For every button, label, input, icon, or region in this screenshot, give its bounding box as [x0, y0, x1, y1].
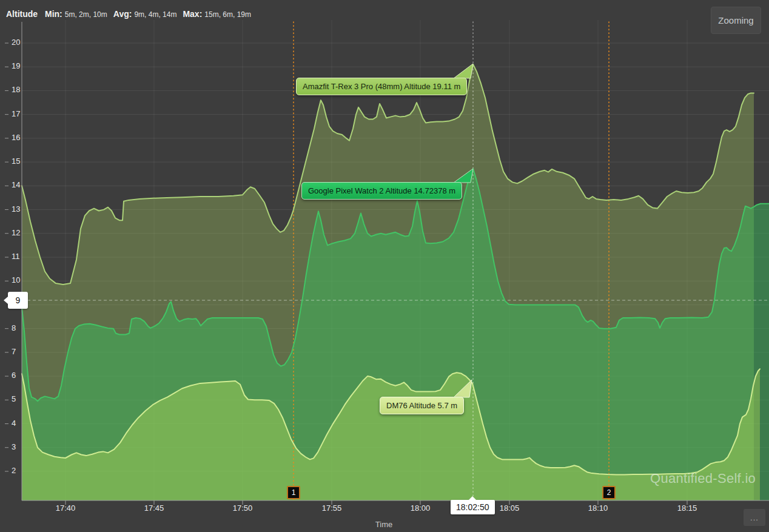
y-axis-tick-label: 13 [12, 204, 27, 214]
tooltip-pointer-pixel [450, 167, 475, 183]
y-axis-tick-label: 6 [12, 371, 27, 380]
y-axis-tick-label: 8 [12, 323, 27, 332]
watermark: Quantified-Self.io [650, 471, 756, 487]
y-axis-tick-label: 20 [12, 38, 27, 47]
max-label: Max: [183, 9, 202, 19]
tooltip-pointer-amazfit [450, 62, 475, 79]
x-axis-tick-label: 17:55 [322, 503, 342, 513]
tooltip-amazfit: Amazfit T-Rex 3 Pro (48mm) Altitude 19.1… [296, 78, 467, 95]
chart-summary-header: Altitude Min:5m, 2m, 10mAvg:9m, 4m, 14mM… [6, 9, 257, 19]
y-axis-tick-label: 17 [12, 109, 27, 118]
y-axis-tick-label: 3 [12, 442, 27, 451]
x-axis-tick-label: 18:00 [411, 503, 431, 513]
y-axis-value-marker: 9 [8, 292, 28, 309]
chart-title: Altitude [6, 9, 38, 19]
flag-marker-2[interactable]: 2 [602, 486, 616, 499]
x-axis-tick-label: 18:05 [500, 503, 520, 513]
min-label: Min: [45, 9, 62, 19]
y-axis-tick-label: 19 [12, 61, 27, 70]
y-axis-tick-label: 2 [12, 466, 27, 475]
x-axis-tick-label: 18:10 [588, 503, 608, 513]
tooltip-pixel-watch: Google Pixel Watch 2 Altitude 14.72378 m [301, 182, 462, 200]
x-axis-tick-label: 17:40 [56, 503, 76, 513]
altitude-chart-page: Altitude Min:5m, 2m, 10mAvg:9m, 4m, 14mM… [0, 0, 769, 532]
y-axis-tick-label: 5 [12, 394, 27, 403]
y-axis-tick-label: 7 [12, 347, 27, 356]
avg-values: 9m, 4m, 14m [134, 10, 176, 19]
avg-label: Avg: [113, 9, 132, 19]
max-values: 15m, 6m, 19m [204, 10, 251, 19]
y-axis-tick-label: 4 [12, 419, 27, 428]
tooltip-pointer-dm76 [449, 379, 474, 398]
y-axis-tick-label: 18 [12, 85, 27, 94]
y-axis-tick-label: 15 [12, 157, 27, 166]
y-axis-tick-label: 11 [12, 252, 27, 261]
zooming-button[interactable]: Zooming [711, 7, 761, 34]
y-axis-tick-label: 10 [12, 275, 27, 285]
more-options-button[interactable]: ... [744, 509, 765, 526]
x-axis-tick-label: 17:45 [144, 503, 164, 513]
min-values: 5m, 2m, 10m [65, 10, 107, 19]
y-axis-tick-label: 12 [12, 228, 27, 237]
x-axis-tick-label: 18:15 [677, 503, 697, 513]
x-axis-time-marker: 18:02:50 [451, 500, 495, 514]
flag-marker-1[interactable]: 1 [287, 486, 300, 499]
tooltip-dm76: DM76 Altitude 5.7 m [380, 397, 464, 414]
x-axis-tick-label: 17:50 [233, 503, 253, 513]
x-axis-title: Time [375, 520, 392, 529]
y-axis-tick-label: 16 [12, 133, 27, 142]
y-axis-tick-label: 14 [12, 180, 27, 189]
